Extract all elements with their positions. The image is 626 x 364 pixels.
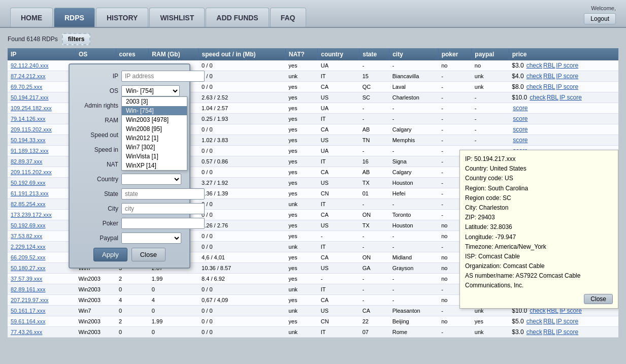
score-link[interactable]: score	[513, 115, 528, 122]
rbl-link[interactable]: RBL	[543, 328, 555, 336]
filter-select-os[interactable]: 2003 [3] Win- [754] Win2003 [4978] Win20…	[121, 85, 180, 96]
cell-ip[interactable]: 2.229.124.xxx	[8, 242, 75, 252]
cell-ip[interactable]: 50.161.17.xxx	[8, 306, 75, 316]
apply-button[interactable]: Apply	[93, 248, 127, 261]
check-link[interactable]: check	[526, 62, 542, 69]
filter-select-paypal[interactable]: yes no unk	[121, 233, 181, 244]
th-ip[interactable]: IP	[8, 48, 75, 60]
cell-ip[interactable]: 50.194.217.xxx	[8, 92, 75, 103]
tab-add-funds[interactable]: ADD FUNDS	[206, 8, 269, 27]
cell-poker: -	[438, 135, 472, 146]
check-link[interactable]: check	[530, 94, 545, 101]
tab-history[interactable]: HISTORY	[96, 8, 148, 27]
filter-input-poker[interactable]	[121, 218, 205, 229]
th-city[interactable]: city	[389, 48, 438, 60]
cell-ip[interactable]: 37.53.82.xxx	[8, 231, 75, 242]
cell-ip[interactable]: 50.192.69.xxx	[8, 220, 75, 231]
os-list-2003[interactable]: 2003 [3]	[122, 97, 187, 106]
os-list-winxp[interactable]: WinXP [14]	[122, 161, 187, 170]
cell-ip[interactable]: 61.191.213.xxx	[8, 188, 75, 199]
rbl-link[interactable]: RBL	[543, 318, 555, 325]
cell-cores: 4	[116, 295, 149, 306]
cell-ip[interactable]: 82.89.37.xxx	[8, 156, 75, 167]
cell-ip[interactable]: 82.85.254.xxx	[8, 199, 75, 210]
check-link[interactable]: check	[526, 83, 542, 90]
os-list-win[interactable]: Win- [754]	[122, 106, 187, 115]
filter-select-country[interactable]: US CA IT UA CN	[121, 174, 181, 185]
score-link[interactable]: score	[513, 137, 528, 144]
os-list-win7[interactable]: Win7 [302]	[122, 143, 187, 152]
tab-rdps[interactable]: RDPS	[54, 8, 95, 27]
tooltip-close-button[interactable]: Close	[584, 294, 613, 304]
cell-ip[interactable]: 59.61.164.xxx	[8, 316, 75, 327]
cell-ip[interactable]: 66.209.52.xxx	[8, 252, 75, 263]
cell-nat: yes	[285, 135, 317, 146]
th-price[interactable]: price	[509, 48, 618, 60]
rbl-link[interactable]: RBL	[543, 83, 555, 90]
th-os[interactable]: OS	[75, 48, 116, 60]
score-link[interactable]: score	[513, 105, 528, 112]
cell-cores: 2	[116, 316, 149, 327]
cell-ip[interactable]: 69.70.25.xxx	[8, 82, 75, 92]
cell-ip[interactable]: 79.14.126.xxx	[8, 114, 75, 124]
cell-ram: 1.99	[149, 316, 199, 327]
cell-ip[interactable]: 92.112.240.xxx	[8, 60, 75, 71]
cell-price: score	[509, 124, 618, 135]
th-paypal[interactable]: paypal	[472, 48, 509, 60]
filter-input-ip[interactable]	[121, 71, 205, 82]
rbl-link[interactable]: RBL	[543, 73, 555, 80]
cell-ip[interactable]: 77.43.26.xxx	[8, 327, 75, 338]
th-ram[interactable]: RAM (Gb)	[149, 48, 199, 60]
th-poker[interactable]: poker	[438, 48, 472, 60]
cell-ip[interactable]: 173.239.172.xxx	[8, 210, 75, 220]
tab-home[interactable]: HOME	[10, 8, 53, 27]
cell-ip[interactable]: 50.192.69.xxx	[8, 178, 75, 188]
filter-input-state[interactable]	[121, 188, 205, 200]
os-list-win2003[interactable]: Win2003 [4978]	[122, 115, 187, 124]
ip-score-link[interactable]: IP score	[559, 94, 582, 101]
cell-ip[interactable]: 91.189.132.xxx	[8, 146, 75, 156]
os-list-winvista[interactable]: WinVista [1]	[122, 152, 187, 161]
cell-speed: 0 / 0	[199, 284, 285, 295]
filter-close-button[interactable]: Close	[131, 248, 166, 261]
th-state[interactable]: state	[359, 48, 389, 60]
os-list-win2012[interactable]: Win2012 [1]	[122, 134, 187, 143]
ip-score-link[interactable]: IP score	[556, 83, 578, 90]
cell-state: 07	[359, 327, 389, 338]
tooltip-ip: IP: 50.194.217.xxx	[465, 154, 613, 164]
cell-ip[interactable]: 209.115.202.xxx	[8, 124, 75, 135]
rbl-link[interactable]: RBL	[543, 62, 555, 69]
os-list-win2008[interactable]: Win2008 [95]	[122, 124, 187, 134]
cell-nat: yes	[285, 210, 317, 220]
cell-city: Calgary	[389, 124, 438, 135]
ip-score-link[interactable]: IP score	[556, 62, 578, 69]
th-cores[interactable]: cores	[116, 48, 149, 60]
score-link[interactable]: score	[513, 126, 528, 133]
cell-country: IT	[318, 156, 359, 167]
cell-ip[interactable]: 109.254.182.xxx	[8, 103, 75, 114]
cell-ip[interactable]: 209.115.202.xxx	[8, 167, 75, 178]
th-nat[interactable]: NAT?	[285, 48, 317, 60]
rbl-link[interactable]: RBL	[547, 94, 558, 101]
cell-state: ON	[359, 252, 389, 263]
th-country[interactable]: country	[318, 48, 359, 60]
filter-input-city[interactable]	[121, 203, 205, 214]
filters-button[interactable]: filters	[62, 33, 91, 45]
cell-ip[interactable]: 50.194.33.xxx	[8, 135, 75, 146]
th-speed[interactable]: speed out / in (Mb)	[199, 48, 285, 60]
ip-score-link[interactable]: IP score	[556, 328, 578, 336]
cell-ip[interactable]: 82.89.161.xxx	[8, 284, 75, 295]
cell-ip[interactable]: 87.24.212.xxx	[8, 71, 75, 82]
tab-faq[interactable]: FAQ	[270, 8, 306, 27]
check-link[interactable]: check	[526, 73, 542, 80]
ip-score-link[interactable]: IP score	[556, 73, 578, 80]
cell-ip[interactable]: 50.180.27.xxx	[8, 263, 75, 274]
check-link[interactable]: check	[526, 318, 542, 325]
filter-label-admin: Admin rights	[78, 102, 118, 109]
cell-ip[interactable]: 207.219.97.xxx	[8, 295, 75, 306]
cell-ip[interactable]: 37.57.39.xxx	[8, 274, 75, 284]
ip-score-link[interactable]: IP score	[556, 318, 578, 325]
check-link[interactable]: check	[526, 328, 542, 336]
logout-button[interactable]: Logout	[584, 13, 616, 24]
tab-wishlist[interactable]: WISHLIST	[149, 8, 205, 27]
